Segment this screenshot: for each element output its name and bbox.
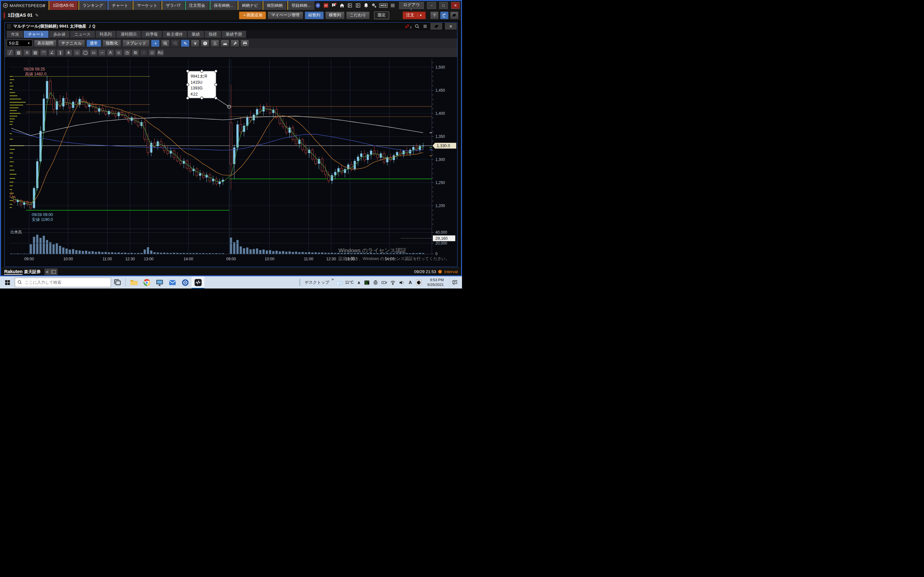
link-icon[interactable]: 1 [405, 24, 412, 29]
zoom-in-icon[interactable] [161, 40, 170, 47]
gears-icon[interactable] [371, 2, 377, 9]
horizontal-lines-4-icon[interactable]: ▤ [32, 49, 39, 56]
bell-icon[interactable] [363, 2, 369, 9]
workspace-button[interactable]: こだわり [346, 11, 370, 19]
tab-業績予測[interactable]: 業績予測 [222, 31, 246, 38]
tab-株主優待[interactable]: 株主優待 [163, 31, 187, 38]
start-button[interactable] [0, 276, 15, 288]
wifi-icon[interactable] [390, 279, 396, 285]
workspace-button[interactable]: ＋画面追加 [239, 11, 266, 19]
app-nav-tab[interactable]: ランキング [78, 1, 107, 10]
volume-icon[interactable] [399, 279, 405, 285]
horizontal-lines-3-icon[interactable]: ≡ [23, 49, 31, 56]
pencil-icon[interactable]: ✎ [181, 40, 189, 47]
remote-desktop-icon[interactable] [153, 276, 166, 288]
fibonacci-arc-icon[interactable]: ◠ [40, 49, 47, 56]
battery-icon[interactable] [381, 279, 387, 285]
callout-handle[interactable] [186, 97, 189, 99]
hidden-icons-button[interactable]: ∧ [357, 280, 360, 285]
vertical-lines-icon[interactable]: ∥ [57, 49, 64, 56]
tab-市況[interactable]: 市況 [7, 31, 23, 38]
search-icon[interactable] [415, 24, 420, 29]
mode-button[interactable]: スプレッド [123, 40, 150, 47]
chart-blue-icon[interactable] [315, 2, 321, 9]
popout-arrow-button[interactable] [440, 11, 449, 19]
app-nav-tab[interactable]: 個別銘柄 [262, 1, 286, 10]
menu-icon[interactable] [390, 2, 396, 9]
app-nav-tab[interactable]: 銘柄ナビ [237, 1, 262, 10]
book-add-icon[interactable] [347, 2, 353, 9]
drag-handle-icon[interactable] [7, 24, 11, 29]
app-nav-tab[interactable]: 登録銘柄... [287, 1, 314, 10]
tab-ニュース[interactable]: ニュース [70, 31, 95, 38]
printer-icon[interactable] [241, 40, 249, 47]
crosshair-icon[interactable]: ＋ [151, 40, 160, 47]
marketspeed-icon[interactable] [192, 276, 204, 288]
statusbar-panel-button[interactable]: ▸▏ [45, 269, 57, 275]
period-dropdown[interactable]: 5分足▼ [7, 40, 32, 47]
info-icon[interactable]: i [201, 40, 209, 47]
mode-button[interactable]: 指数化 [103, 40, 121, 47]
tab-歩み値[interactable]: 歩み値 [49, 31, 69, 38]
app-nav-tab[interactable]: 保有銘柄... [210, 1, 237, 10]
horizontal-segment-icon[interactable]: ─ [99, 49, 105, 56]
area-chart-icon[interactable] [221, 40, 229, 47]
duplicate-window-button[interactable] [431, 23, 442, 29]
file-explorer-icon[interactable] [128, 276, 140, 288]
toolbar-button[interactable]: テクニカル [58, 40, 85, 47]
callout-handle[interactable] [200, 70, 203, 73]
order-button[interactable]: 注文▼ [403, 11, 426, 19]
wrench-icon[interactable] [231, 40, 239, 47]
duplicate-icon[interactable]: ⧉ [132, 49, 139, 56]
workspace-button[interactable]: マイページ管理 [268, 11, 303, 19]
mail-icon[interactable] [166, 276, 179, 288]
chrome-icon[interactable] [140, 276, 153, 288]
menu-icon[interactable] [423, 24, 428, 29]
weather-widget[interactable]: 11°C [336, 280, 354, 285]
workspace-button[interactable]: 横整列 [325, 11, 344, 19]
desktop-toolbar[interactable]: デスクトップ» [304, 280, 333, 285]
pitchfork-icon[interactable]: ⋔ [65, 49, 72, 56]
close-window-button[interactable]: ✕ [445, 23, 457, 29]
text-label-icon[interactable]: A [107, 49, 114, 56]
panel-arrow-icon[interactable] [355, 2, 361, 9]
icon-stamp-icon[interactable]: ☺ [115, 49, 122, 56]
window-title-bar[interactable]: マルチツール(個別銘柄) 9941 太洋物産 ＪＱ 1✕ [5, 23, 457, 30]
workspace-button[interactable]: 縦整列 [305, 11, 324, 19]
chart-canvas[interactable]: 1,5001,4501,4001,3501,3001,2501,2001,330… [5, 57, 457, 267]
app-nav-tab[interactable]: マーケット [132, 1, 161, 10]
maximize-button[interactable]: □ [439, 2, 448, 9]
search-input[interactable] [15, 277, 111, 287]
eraser-all-icon[interactable]: A◇ [157, 49, 164, 56]
chart-red-icon[interactable] [323, 2, 329, 9]
app-nav-tab[interactable]: ザラバ7 [162, 1, 184, 10]
minimize-button[interactable]: － [427, 2, 436, 9]
fan-line-icon[interactable]: ∠ [48, 49, 55, 56]
callout-handle[interactable] [186, 70, 189, 73]
taskbar-clock[interactable]: 9:53 PM9/29/2021 [427, 277, 444, 287]
web-icon[interactable]: WEB [379, 3, 388, 8]
yen-icon[interactable]: ¥ [191, 40, 199, 47]
callout-handle[interactable] [215, 83, 217, 86]
rectangle-icon[interactable]: ▭ [90, 49, 97, 56]
trend-line-icon[interactable]: ╱ [7, 49, 14, 56]
pentagon-icon[interactable]: ⌂ [73, 49, 81, 56]
tab-指標[interactable]: 指標 [205, 31, 221, 38]
mode-button[interactable]: 通常 [87, 40, 101, 47]
task-view-icon[interactable] [111, 276, 124, 288]
notification-center-icon[interactable] [449, 276, 460, 288]
home-icon[interactable] [339, 2, 345, 9]
duplicate-window-button[interactable] [450, 11, 459, 19]
tab-適時開示[interactable]: 適時開示 [116, 31, 141, 38]
my-chart-icon[interactable]: MY [211, 40, 219, 47]
display-led-icon[interactable] [364, 279, 370, 285]
app-nav-tab[interactable]: チャート [107, 1, 132, 10]
app-nav-tab[interactable]: 注文照会 [185, 1, 209, 10]
logout-button[interactable]: ログアウト [399, 2, 424, 9]
time-cycle-icon[interactable]: ◷ [124, 49, 131, 56]
taskbar-search[interactable] [15, 277, 111, 287]
media-player-icon[interactable] [179, 276, 192, 288]
hand-dim-icon[interactable]: ☝ [140, 49, 147, 56]
callout-handle[interactable] [200, 97, 203, 99]
help-button[interactable]: ? [430, 11, 439, 19]
